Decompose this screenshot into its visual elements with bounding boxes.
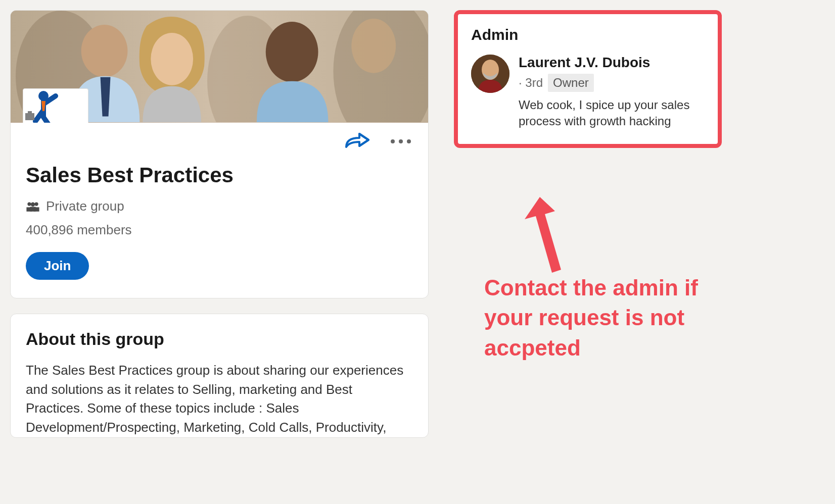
join-button[interactable]: Join	[26, 252, 89, 280]
svg-point-13	[27, 202, 31, 206]
group-members-count: 400,896 members	[26, 222, 413, 238]
share-icon[interactable]	[344, 132, 370, 151]
svg-rect-9	[28, 111, 32, 113]
avatar	[471, 55, 509, 93]
group-privacy-label: Private group	[46, 198, 124, 214]
private-group-icon	[26, 201, 40, 212]
group-header-card: Sales Best Practices Private group 400,8…	[10, 10, 429, 298]
admin-section-title: Admin	[471, 26, 705, 43]
cover-image	[11, 11, 428, 123]
admin-profile[interactable]: Laurent J.V. Dubois · 3rd Owner Web cook…	[471, 55, 705, 130]
svg-point-15	[31, 202, 35, 206]
admin-card: Admin Laurent J.V. Dubois · 3rd Owner	[454, 10, 722, 148]
annotation-text: Contact the admin if your request is not…	[484, 273, 727, 363]
svg-point-6	[351, 19, 396, 73]
admin-bio: Web cook, I spice up your sales process …	[519, 97, 705, 130]
about-card: About this group The Sales Best Practice…	[10, 314, 429, 438]
svg-rect-8	[25, 113, 34, 120]
connection-degree: · 3rd	[519, 76, 543, 90]
more-options-icon[interactable]	[389, 139, 413, 143]
group-title: Sales Best Practices	[26, 163, 413, 187]
annotation-arrow-icon	[525, 197, 585, 273]
svg-rect-18	[30, 207, 35, 211]
owner-badge: Owner	[548, 74, 594, 92]
about-heading: About this group	[26, 329, 413, 349]
svg-point-4	[266, 22, 318, 82]
admin-name: Laurent J.V. Dubois	[519, 55, 705, 71]
svg-point-3	[151, 33, 193, 85]
group-logo	[23, 88, 88, 123]
svg-point-14	[34, 202, 38, 206]
about-description: The Sales Best Practices group is about …	[26, 361, 413, 437]
